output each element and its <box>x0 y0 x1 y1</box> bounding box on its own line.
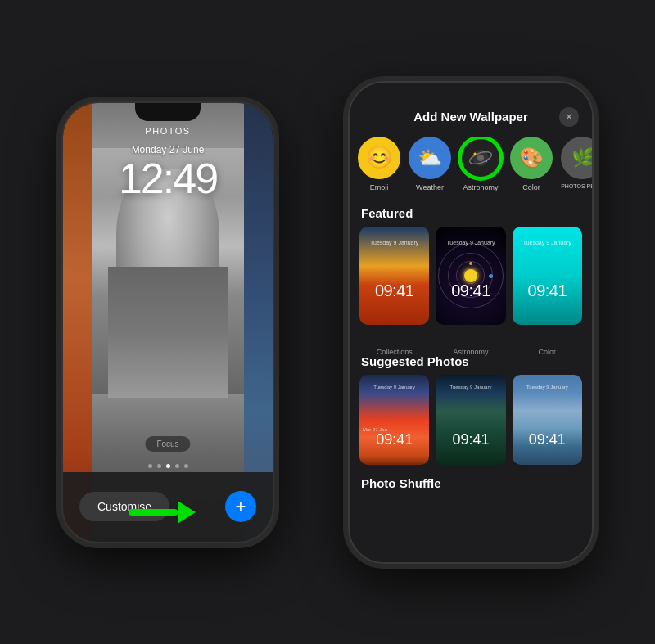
astronomy-wp-date: Tuesday 9 January <box>436 240 505 245</box>
lake-time: 09:41 <box>513 431 582 448</box>
color-label: Color <box>522 183 540 191</box>
arrow-head <box>178 501 196 524</box>
wallpaper-type-row: 😊 Emoji ⛅ Weather <box>350 137 592 203</box>
astronomy-icon <box>459 137 502 179</box>
dot-1 <box>148 464 152 468</box>
featured-grid: Tuesday 9 January 09:41 Collections <box>350 227 592 351</box>
sun <box>464 269 477 282</box>
svg-point-4 <box>486 160 487 162</box>
type-astronomy[interactable]: Astronomy <box>459 137 502 191</box>
collections-date: Tuesday 9 January <box>359 240 429 245</box>
type-color[interactable]: 🎨 Color <box>510 137 553 191</box>
phone-notch <box>135 103 201 121</box>
weather-icon: ⛅ <box>409 137 451 179</box>
sunset-time: 09:41 <box>359 431 429 448</box>
right-notch <box>438 83 504 101</box>
left-screen: PHOTOS Monday 27 June 12:49 Focus Custom… <box>63 103 273 542</box>
photos-icon: 🌿 <box>561 137 592 179</box>
astronomy-label: Astronomy <box>463 183 498 191</box>
scene: PHOTOS Monday 27 June 12:49 Focus Custom… <box>0 0 655 644</box>
collections-thumb: Tuesday 9 January 09:41 <box>359 227 429 325</box>
color-icon: 🎨 <box>510 137 553 179</box>
dot-4 <box>175 464 179 468</box>
type-photos[interactable]: 🌿 PHOTOS PER... <box>561 137 592 191</box>
color-thumb: Tuesday 9 January 09:41 <box>513 227 582 325</box>
close-button[interactable]: ✕ <box>559 107 579 127</box>
color-label-wp: Color <box>513 348 582 356</box>
dot-3 <box>166 464 170 468</box>
photo-forest[interactable]: Tuesday 9 January 09:41 <box>436 375 505 465</box>
astronomy-thumb: Tuesday 9 January 09:41 <box>436 227 505 325</box>
featured-header: Featured <box>350 203 592 227</box>
dot-5 <box>184 464 188 468</box>
svg-point-3 <box>474 152 477 155</box>
sunset-date: Tuesday 9 January <box>359 385 429 390</box>
focus-label: Focus <box>145 436 190 452</box>
collections-label: Collections <box>359 348 429 356</box>
color-wrapper[interactable]: Tuesday 9 January 09:41 Color <box>513 227 582 341</box>
svg-point-1 <box>477 155 484 161</box>
photo-lake[interactable]: Tuesday 9 January 09:41 <box>513 375 582 465</box>
astronomy-label-wp: Astronomy <box>436 348 505 356</box>
right-screen: Add New Wallpaper ✕ 😊 Emoji ⛅ Weather <box>350 83 592 562</box>
add-button[interactable]: + <box>225 491 256 522</box>
emoji-label: Emoji <box>370 183 389 191</box>
page-dots <box>63 464 273 468</box>
color-time: 09:41 <box>513 281 582 300</box>
forest-time: 09:41 <box>436 431 505 448</box>
weather-label: Weather <box>416 183 444 191</box>
astronomy-wp-time: 09:41 <box>436 281 505 300</box>
lower-photo <box>108 267 228 398</box>
lock-time: 12:49 <box>63 154 273 203</box>
planet-1 <box>469 262 472 265</box>
photo-shuffle-header: Photo Shuffle <box>350 473 592 493</box>
phone-right: Add New Wallpaper ✕ 😊 Emoji ⛅ Weather <box>348 81 594 564</box>
dot-2 <box>157 464 161 468</box>
forest-date: Tuesday 9 January <box>436 385 505 390</box>
lake-date: Tuesday 9 January <box>513 385 582 390</box>
color-date: Tuesday 9 January <box>513 240 582 245</box>
phone-left: PHOTOS Monday 27 June 12:49 Focus Custom… <box>61 101 274 543</box>
astronomy-wrapper[interactable]: Tuesday 9 January 09:41 Astronomy <box>436 227 505 341</box>
green-arrow <box>129 501 196 524</box>
add-wallpaper-title: Add New Wallpaper <box>350 110 592 124</box>
emoji-icon: 😊 <box>358 137 400 179</box>
collections-wrapper[interactable]: Tuesday 9 January 09:41 Collections <box>359 227 429 341</box>
arrow-body <box>129 509 178 516</box>
photo-sunset[interactable]: Tuesday 9 January 09:41 Mar 27 Jan <box>359 375 429 465</box>
photos-label-r: PHOTOS PER... <box>561 183 592 189</box>
type-weather[interactable]: ⛅ Weather <box>409 137 451 191</box>
photos-label: PHOTOS <box>63 126 273 136</box>
suggested-photos-grid: Tuesday 9 January 09:41 Mar 27 Jan Tuesd… <box>350 375 592 473</box>
planet-2 <box>489 274 493 278</box>
type-emoji[interactable]: 😊 Emoji <box>358 137 400 191</box>
collections-time: 09:41 <box>359 281 429 300</box>
